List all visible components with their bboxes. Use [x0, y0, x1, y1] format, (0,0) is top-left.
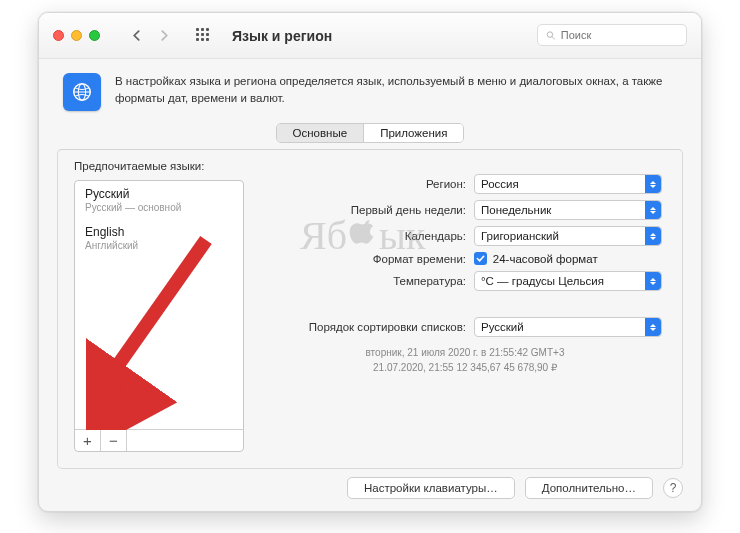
region-select[interactable]: Россия: [474, 174, 662, 194]
zoom-window-button[interactable]: [89, 30, 100, 41]
advanced-button[interactable]: Дополнительно…: [525, 477, 653, 499]
preferences-window: Язык и регион В настройках языка и регио…: [38, 12, 702, 512]
info-section: В настройках языка и региона определяетс…: [39, 59, 701, 123]
temperature-select[interactable]: °C — градусы Цельсия: [474, 271, 662, 291]
region-settings: Регион: Россия Первый день недели: Понед…: [268, 168, 662, 375]
chevron-updown-icon: [645, 272, 661, 290]
keyboard-settings-button[interactable]: Настройки клавиатуры…: [347, 477, 515, 499]
forward-button[interactable]: [150, 24, 178, 48]
show-all-icon[interactable]: [196, 28, 212, 44]
tab-bar: Основные Приложения: [39, 123, 701, 143]
back-button[interactable]: [122, 24, 150, 48]
timeformat-checkbox[interactable]: [474, 252, 487, 265]
close-window-button[interactable]: [53, 30, 64, 41]
sort-select[interactable]: Русский: [474, 317, 662, 337]
firstday-select[interactable]: Понедельник: [474, 200, 662, 220]
chevron-updown-icon: [645, 201, 661, 219]
firstday-label: Первый день недели:: [268, 204, 468, 216]
language-sub: Русский — основной: [85, 202, 233, 213]
language-name: English: [85, 225, 233, 239]
list-item[interactable]: English Английский: [75, 219, 243, 257]
tab-apps[interactable]: Приложения: [363, 124, 463, 142]
globe-flag-icon: [63, 73, 101, 111]
settings-group: Предпочитаемые языки: Русский Русский — …: [57, 149, 683, 469]
language-name: Русский: [85, 187, 233, 201]
format-sample: вторник, 21 июля 2020 г. в 21:55:42 GMT+…: [268, 345, 662, 375]
sort-label: Порядок сортировки списков:: [268, 321, 468, 333]
search-field[interactable]: [537, 24, 687, 46]
calendar-select[interactable]: Григорианский: [474, 226, 662, 246]
temperature-label: Температура:: [268, 275, 468, 287]
language-sub: Английский: [85, 240, 233, 251]
info-text: В настройках языка и региона определяетс…: [115, 73, 677, 106]
language-list[interactable]: Русский Русский — основной English Англи…: [74, 180, 244, 452]
chevron-updown-icon: [645, 175, 661, 193]
remove-language-button[interactable]: −: [101, 430, 127, 451]
tab-general[interactable]: Основные: [277, 124, 364, 142]
timeformat-label: Формат времени:: [268, 253, 468, 265]
search-input[interactable]: [561, 29, 678, 41]
minimize-window-button[interactable]: [71, 30, 82, 41]
chevron-updown-icon: [645, 227, 661, 245]
calendar-label: Календарь:: [268, 230, 468, 242]
toolbar: Язык и регион: [39, 13, 701, 59]
svg-line-1: [552, 36, 554, 38]
window-controls: [53, 30, 100, 41]
search-icon: [546, 30, 556, 41]
region-label: Регион:: [268, 178, 468, 190]
window-title: Язык и регион: [232, 28, 332, 44]
timeformat-value: 24-часовой формат: [493, 253, 662, 265]
list-item[interactable]: Русский Русский — основной: [75, 181, 243, 219]
add-language-button[interactable]: +: [75, 430, 101, 451]
language-list-controls: + −: [75, 429, 243, 451]
footer: Настройки клавиатуры… Дополнительно… ?: [347, 477, 683, 499]
chevron-updown-icon: [645, 318, 661, 336]
help-button[interactable]: ?: [663, 478, 683, 498]
